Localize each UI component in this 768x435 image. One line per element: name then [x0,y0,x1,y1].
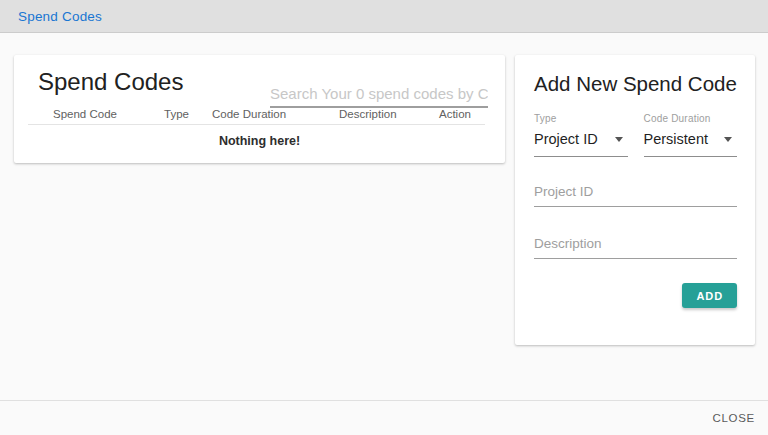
type-select-label: Type [534,113,628,124]
type-select-value-row: Project ID [534,124,628,157]
type-select-value: Project ID [534,131,598,147]
dialog-header: Spend Codes [0,0,768,33]
code-duration-select-value: Persistent [644,131,708,147]
table-header-row: Spend Code Type Code Duration Descriptio… [28,105,485,125]
code-duration-select-label: Code Duration [644,113,738,124]
spend-codes-title: Spend Codes [38,68,183,96]
tab-spend-codes[interactable]: Spend Codes [18,9,102,24]
spend-codes-card: Spend Codes Spend Code Type Code Duratio… [14,55,505,163]
close-button[interactable]: CLOSE [713,412,756,424]
add-spend-code-card: Add New Spend Code Type Project ID Code … [515,55,755,345]
column-header-description: Description [339,108,397,120]
add-button[interactable]: ADD [682,283,737,308]
add-card-title: Add New Spend Code [534,72,737,96]
code-duration-select-value-row: Persistent [644,124,738,157]
column-header-action: Action [439,108,471,120]
description-input[interactable] [534,235,737,259]
code-duration-select[interactable]: Code Duration Persistent [644,113,738,157]
table-empty-message: Nothing here! [14,134,505,148]
column-header-type: Type [164,108,189,120]
chevron-down-icon [724,137,732,142]
type-select[interactable]: Type Project ID [534,113,628,157]
dialog-footer: CLOSE [0,400,768,435]
select-row: Type Project ID Code Duration Persistent [534,113,737,157]
chevron-down-icon [615,137,623,142]
project-id-input[interactable] [534,183,737,207]
column-header-spend-code: Spend Code [53,108,117,120]
spend-codes-dialog: Spend Codes Spend Codes Spend Code Type … [0,0,768,435]
column-header-code-duration: Code Duration [212,108,286,120]
